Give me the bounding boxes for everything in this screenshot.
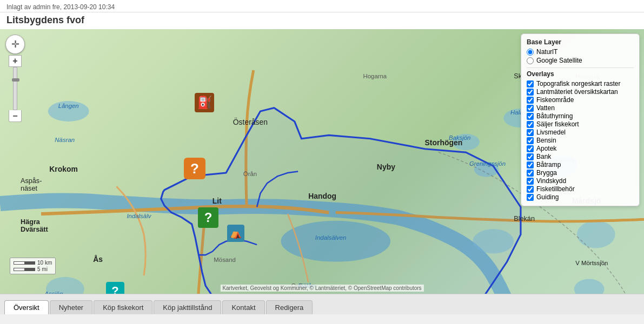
tent-marker[interactable]: ⛺ (227, 225, 244, 242)
overlay-label-0: Topografisk norgeskart raster (536, 80, 620, 87)
base-radio-naturalt[interactable] (527, 49, 534, 56)
tab-redigera[interactable]: Redigera (266, 300, 313, 314)
overlay-checkbox-5[interactable] (527, 121, 534, 128)
question-cyan-marker[interactable]: ? (106, 282, 124, 294)
overlays-section: Topografisk norgeskart rasterLantmäterie… (527, 80, 634, 201)
overlay-item-14[interactable]: Guiding (527, 193, 634, 201)
layer-panel: Base Layer NaturlT Google Satellite Over… (521, 33, 640, 206)
tab-översikt[interactable]: Översikt (4, 300, 49, 314)
overlay-checkbox-10[interactable] (527, 161, 534, 168)
scale-label-miles: 5 mi (37, 266, 48, 272)
overlay-item-6[interactable]: Livsmedel (527, 129, 634, 136)
tab-kontakt[interactable]: Kontakt (222, 300, 264, 314)
base-option-naturalt[interactable]: NaturlT (527, 48, 634, 56)
overlay-label-14: Guiding (536, 193, 559, 201)
overlay-label-12: Vindskydd (536, 177, 566, 185)
overlay-item-4[interactable]: Båtuthyrning (527, 112, 634, 120)
overlay-checkbox-8[interactable] (527, 145, 534, 152)
tab-köp-jakttillstånd[interactable]: Köp jakttillstånd (154, 300, 221, 314)
overlay-label-1: Lantmäteriet översiktskartan (536, 88, 618, 96)
overlay-checkbox-9[interactable] (527, 153, 534, 160)
base-layer-options: NaturlT Google Satellite (527, 48, 634, 64)
post-info: Inlagt av admin fre, 2013-09-20 10:34 Li… (0, 0, 644, 29)
overlay-item-7[interactable]: Bensin (527, 137, 634, 144)
base-option-satellite[interactable]: Google Satellite (527, 57, 634, 64)
base-layer-title: Base Layer (527, 38, 634, 46)
overlay-checkbox-7[interactable] (527, 137, 534, 144)
zoom-controls: ✛ + − (5, 35, 25, 122)
overlay-item-3[interactable]: Vatten (527, 104, 634, 112)
zoom-out-button[interactable]: − (9, 110, 22, 122)
overlay-checkbox-4[interactable] (527, 113, 534, 120)
zoom-in-button[interactable]: + (9, 55, 22, 67)
question-green-marker[interactable]: ? (198, 207, 218, 228)
tabs-bar: ÖversiktNyheterKöp fiskekortKöp jakttill… (0, 294, 644, 314)
map-attribution: Kartverket, Geovelst og Kommuner, © Lant… (220, 285, 423, 292)
overlay-item-2[interactable]: Fiskeområde (527, 96, 634, 104)
overlay-checkbox-12[interactable] (527, 178, 534, 185)
overlay-checkbox-0[interactable] (527, 80, 534, 87)
tab-köp-fiskekort[interactable]: Köp fiskekort (94, 300, 152, 314)
overlay-checkbox-11[interactable] (527, 170, 534, 177)
overlay-item-5[interactable]: Säljer fiskekort (527, 120, 634, 128)
page-title: Litsbygdens fvof (6, 15, 84, 25)
scale-bar: 10 km 5 mi (10, 258, 56, 274)
overlay-item-1[interactable]: Lantmäteriet översiktskartan (527, 88, 634, 96)
overlay-item-0[interactable]: Topografisk norgeskart raster (527, 80, 634, 87)
overlay-checkbox-2[interactable] (527, 97, 534, 104)
overlay-label-2: Fiskeområde (536, 96, 574, 104)
zoom-slider-handle (12, 78, 19, 82)
map-container[interactable]: Krokom Aspås- näset Hägra Dvärsätt Ås Li… (0, 29, 644, 294)
overlay-item-8[interactable]: Apotek (527, 145, 634, 152)
overlay-label-4: Båtuthyrning (536, 112, 573, 120)
overlay-checkbox-14[interactable] (527, 194, 534, 201)
overlays-title: Overlays (527, 70, 634, 78)
overlay-item-10[interactable]: Båtramp (527, 161, 634, 168)
zoom-slider[interactable] (13, 67, 17, 110)
fuel-marker[interactable]: ⛽ (195, 93, 214, 112)
base-label-naturalt: NaturlT (536, 48, 557, 56)
overlay-label-5: Säljer fiskekort (536, 120, 579, 128)
overlay-label-13: Fisketillbehör (536, 185, 575, 193)
overlay-item-11[interactable]: Brygga (527, 169, 634, 177)
base-radio-satellite[interactable] (527, 57, 534, 64)
overlay-checkbox-3[interactable] (527, 105, 534, 112)
overlay-item-12[interactable]: Vindskydd (527, 177, 634, 185)
overlay-checkbox-13[interactable] (527, 186, 534, 193)
overlay-label-11: Brygga (536, 169, 557, 177)
overlay-label-6: Livsmedel (536, 129, 566, 136)
question-orange-marker[interactable]: ? (184, 158, 205, 179)
overlay-label-8: Apotek (536, 145, 556, 152)
overlay-checkbox-1[interactable] (527, 89, 534, 96)
overlay-label-9: Bank (536, 153, 551, 160)
overlay-item-13[interactable]: Fisketillbehör (527, 185, 634, 193)
overlay-label-10: Båtramp (536, 161, 561, 168)
tab-nyheter[interactable]: Nyheter (50, 300, 93, 314)
compass-button[interactable]: ✛ (5, 35, 25, 54)
overlay-label-7: Bensin (536, 137, 556, 144)
overlay-item-9[interactable]: Bank (527, 153, 634, 160)
overlay-checkbox-6[interactable] (527, 129, 534, 136)
base-label-satellite: Google Satellite (536, 57, 582, 64)
scale-label: 10 km (37, 260, 52, 266)
overlay-label-3: Vatten (536, 104, 555, 112)
